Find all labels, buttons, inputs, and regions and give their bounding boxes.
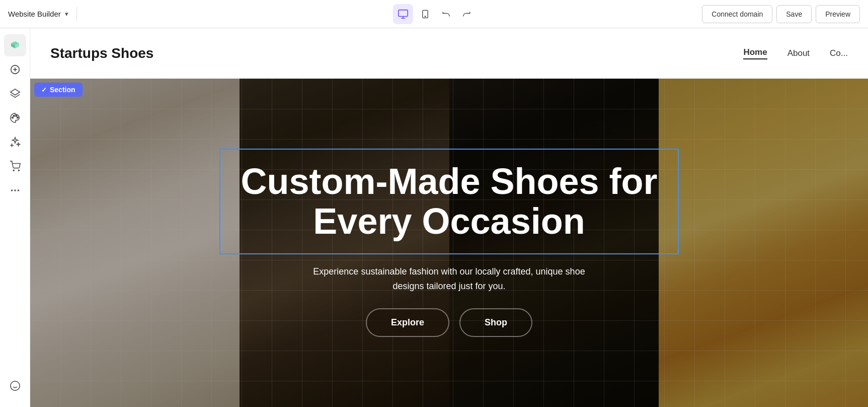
save-button[interactable]: Save <box>776 5 812 23</box>
explore-button[interactable]: Explore <box>366 308 449 337</box>
undo-button[interactable] <box>437 5 455 23</box>
site-logo: Startups Shoes <box>50 45 153 61</box>
sidebar-help-button[interactable] <box>4 375 26 397</box>
nav-item-home[interactable]: Home <box>743 47 767 59</box>
site-header: Startups Shoes Home About Co... <box>30 28 868 79</box>
svg-point-15 <box>11 189 13 191</box>
nav-item-about[interactable]: About <box>787 48 810 58</box>
add-icon <box>10 64 21 75</box>
preview-button[interactable]: Preview <box>816 5 860 23</box>
svg-point-10 <box>13 115 15 117</box>
layers-icon <box>10 88 21 99</box>
sidebar-more-button[interactable] <box>4 179 26 201</box>
svg-point-12 <box>17 117 18 118</box>
hero-buttons: Explore Shop <box>366 308 532 337</box>
svg-point-17 <box>17 189 19 191</box>
check-icon: ✓ <box>41 86 47 94</box>
app-title-arrow[interactable]: ▾ <box>65 10 68 18</box>
mobile-icon <box>421 9 430 20</box>
sidebar-store-button[interactable] <box>4 155 26 177</box>
device-switcher <box>393 4 476 24</box>
redo-icon <box>462 10 471 19</box>
shop-button[interactable]: Shop <box>459 308 532 337</box>
wix-logo-icon <box>9 39 21 51</box>
sidebar-logo[interactable] <box>4 34 26 56</box>
svg-point-18 <box>10 381 19 390</box>
section-badge-label: Section <box>50 86 75 94</box>
main-layout: Startups Shoes Home About Co... <box>0 28 868 407</box>
top-bar-left: Website Builder ▾ <box>8 7 81 21</box>
desktop-icon <box>398 9 409 20</box>
hero-headline-line2: Every Occasion <box>313 201 585 241</box>
sidebar-add-button[interactable] <box>4 58 26 81</box>
svg-point-9 <box>12 117 13 118</box>
app-title: Website Builder <box>8 10 61 18</box>
top-bar-actions: Connect domain Save Preview <box>700 5 860 23</box>
connect-domain-button[interactable]: Connect domain <box>702 5 772 23</box>
svg-point-11 <box>15 115 17 117</box>
desktop-device-button[interactable] <box>393 4 413 24</box>
sidebar-design-button[interactable] <box>4 107 26 129</box>
section-badge[interactable]: ✓ Section <box>34 83 83 97</box>
mobile-device-button[interactable] <box>415 4 435 24</box>
website-preview: Startups Shoes Home About Co... <box>30 28 868 407</box>
svg-point-4 <box>425 16 426 17</box>
sidebar-layers-button[interactable] <box>4 83 26 105</box>
sidebar-ai-button[interactable] <box>4 131 26 153</box>
top-bar: Website Builder ▾ <box>0 0 868 28</box>
canvas-area: Startups Shoes Home About Co... <box>30 28 868 407</box>
left-sidebar <box>0 28 30 407</box>
svg-point-14 <box>18 170 19 171</box>
hero-content: Custom-Made Shoes for Every Occasion Exp… <box>30 79 868 407</box>
svg-marker-8 <box>10 89 19 95</box>
redo-button[interactable] <box>457 5 476 23</box>
svg-point-13 <box>13 170 14 171</box>
hero-headline: Custom-Made Shoes for Every Occasion <box>241 162 657 241</box>
hero-section[interactable]: ✓ Section Custom-Made Shoes for Every Oc… <box>30 79 868 407</box>
more-dots-icon <box>10 185 21 196</box>
svg-point-16 <box>14 189 16 191</box>
cart-icon <box>10 161 21 172</box>
top-bar-divider <box>76 7 77 21</box>
hero-headline-container[interactable]: Custom-Made Shoes for Every Occasion <box>219 149 678 254</box>
site-nav: Home About Co... <box>743 47 848 59</box>
nav-item-co[interactable]: Co... <box>830 48 848 58</box>
undo-icon <box>442 10 451 19</box>
hero-subtext: Experience sustainable fashion with our … <box>298 264 600 294</box>
svg-rect-0 <box>398 10 407 16</box>
paint-icon <box>10 112 21 123</box>
face-smile-icon <box>10 380 21 391</box>
sparkles-icon <box>10 137 21 148</box>
hero-headline-line1: Custom-Made Shoes for <box>241 161 657 201</box>
